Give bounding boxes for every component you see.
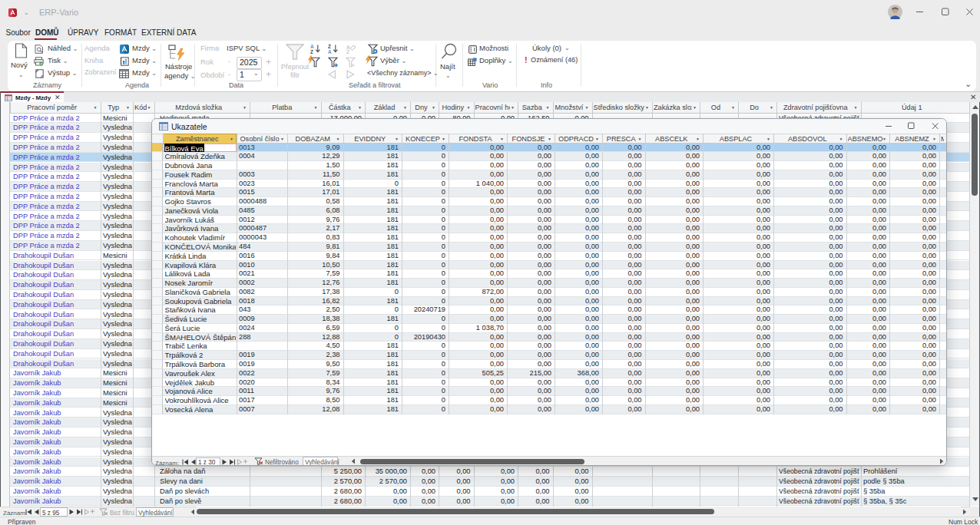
svg-text:A: A <box>328 48 332 53</box>
svg-text:Z: Z <box>310 48 313 53</box>
svg-text:Z: Z <box>346 48 349 53</box>
